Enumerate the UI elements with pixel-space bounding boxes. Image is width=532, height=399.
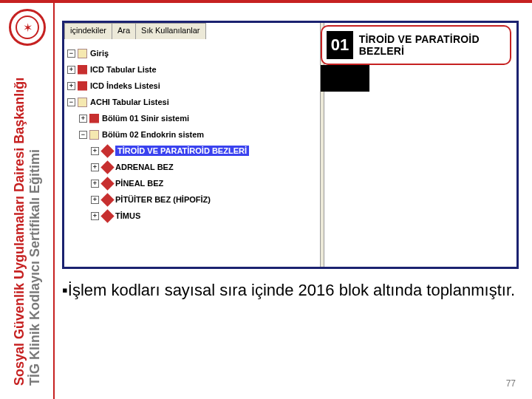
caption-text: İşlem kodları sayısal sıra içinde 2016 b… <box>68 281 515 299</box>
tree: −Giriş +ICD Tabular Liste +ICD İndeks Li… <box>67 45 317 224</box>
top-stripe <box>0 0 532 3</box>
header-callout: 01 TİROİD VE PARATİROİD BEZLERİ <box>321 25 511 65</box>
tab-contents[interactable]: içindekiler <box>64 23 112 39</box>
tab-favorites[interactable]: Sık Kullanılanlar <box>135 23 206 39</box>
emblem-icon: ✶ <box>16 16 39 39</box>
diamond-icon <box>100 160 114 174</box>
bullet-icon: ▪ <box>62 281 68 299</box>
tree-node[interactable]: −ACHI Tabular Listesi <box>67 94 317 110</box>
tree-node-selected[interactable]: +TİROİD VE PARATİROİD BEZLERİ <box>67 143 317 159</box>
tree-node[interactable]: +ICD Tabular Liste <box>67 61 317 78</box>
tree-node[interactable]: −Giriş <box>67 45 317 61</box>
diamond-icon <box>100 193 114 206</box>
caption: ▪İşlem kodları sayısal sıra içinde 2016 … <box>62 279 519 301</box>
book-icon <box>89 114 99 123</box>
tree-node[interactable]: +ADRENAL BEZ <box>67 159 317 175</box>
emblem: ✶ <box>9 9 46 46</box>
tabs: içindekiler Ara Sık Kullanılanlar <box>64 23 206 39</box>
black-box <box>321 65 369 92</box>
tree-node[interactable]: −Bölüm 02 Endokrin sistem <box>67 126 317 143</box>
page-icon <box>78 98 87 107</box>
tree-node[interactable]: +PİNEAL BEZ <box>67 175 317 191</box>
page-number: 77 <box>506 378 516 389</box>
page-icon <box>89 130 99 140</box>
spine-line2: TİG Klinik Kodlayıcı Sertifikalı Eğitimi <box>27 149 42 386</box>
tab-search[interactable]: Ara <box>112 23 136 39</box>
block-code: 01 <box>327 31 353 59</box>
spine-title: Sosyal Güvenlik Uygulamaları Dairesi Baş… <box>12 78 43 386</box>
book-icon <box>78 81 87 91</box>
diamond-icon <box>100 144 114 157</box>
tree-node[interactable]: +PİTÜİTER BEZ (HİPOFİZ) <box>67 191 317 208</box>
diamond-icon <box>100 209 114 222</box>
spine: ✶ Sosyal Güvenlik Uygulamaları Dairesi B… <box>0 3 55 399</box>
spine-line1: Sosyal Güvenlik Uygulamaları Dairesi Baş… <box>12 78 27 386</box>
tree-node[interactable]: +Bölüm 01 Sinir sistemi <box>67 110 317 126</box>
block-title: TİROİD VE PARATİROİD BEZLERİ <box>359 33 510 57</box>
tree-node[interactable]: +TİMUS <box>67 208 317 224</box>
tree-node[interactable]: +ICD İndeks Listesi <box>67 78 317 94</box>
page-icon <box>78 49 87 58</box>
diamond-icon <box>100 177 114 190</box>
book-icon <box>78 65 87 75</box>
